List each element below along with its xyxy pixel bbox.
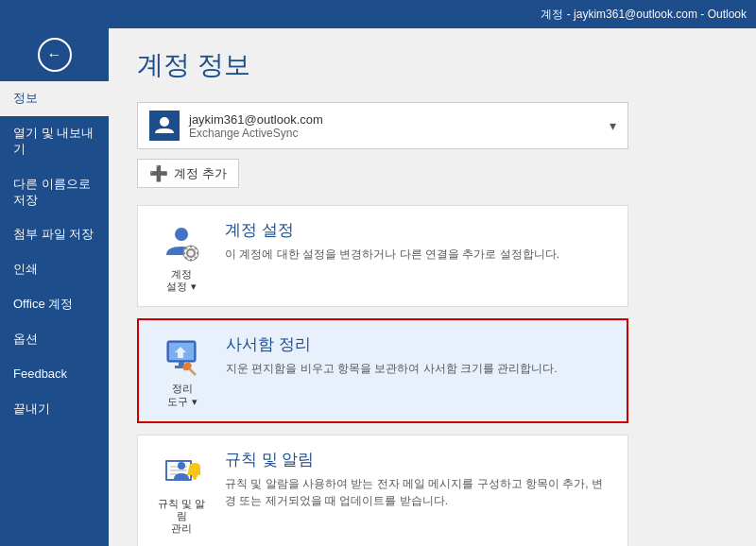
rules-alerts-card[interactable]: 규칙 및 알림관리 규칙 및 알림 규칙 및 알람을 사용하여 받는 전자 메일… [137, 435, 628, 546]
account-type: Exchange ActiveSync [189, 127, 610, 140]
svg-point-0 [160, 117, 169, 127]
add-account-label: 계정 추가 [174, 165, 227, 182]
svg-point-1 [175, 228, 188, 241]
main-layout: ← 정보 열기 및 내보내기 다른 이름으로 저장 첨부 파일 저장 인쇄 Of… [0, 28, 756, 546]
rules-alerts-title: 규칙 및 알림 [225, 449, 612, 470]
account-settings-icon [159, 219, 204, 264]
cleanup-tool-icon [162, 335, 203, 377]
sidebar-item-feedback[interactable]: Feedback [0, 357, 109, 392]
sidebar-item-info[interactable]: 정보 [0, 81, 109, 116]
rules-alerts-icon-label: 규칙 및 알림관리 [153, 498, 210, 536]
account-settings-icon-label: 계정설정 ▾ [166, 268, 196, 293]
svg-point-25 [178, 462, 185, 469]
account-email: jaykim361@outlook.com [189, 112, 610, 127]
rules-alerts-icon-wrap: 규칙 및 알림관리 [153, 449, 210, 536]
mailbox-cleanup-icon-label: 정리도구 ▾ [167, 383, 197, 407]
sidebar-item-attach-save[interactable]: 첨부 파일 저장 [0, 217, 109, 252]
back-button[interactable]: ← [38, 38, 72, 72]
account-icon [149, 111, 180, 141]
sidebar-item-options[interactable]: 옵션 [0, 322, 109, 357]
account-settings-desc: 이 계정에 대한 설정을 변경하거나 다른 연결을 추가로 설정합니다. [225, 246, 612, 263]
rules-alerts-desc: 규칙 및 알람을 사용하여 받는 전자 메일 메시지를 구성하고 항목이 추가,… [225, 475, 612, 509]
svg-line-10 [195, 247, 196, 248]
sidebar-item-save-as[interactable]: 다른 이름으로 저장 [0, 167, 109, 218]
page-title: 계정 정보 [137, 47, 728, 83]
sidebar-item-exit[interactable]: 끝내기 [0, 392, 109, 427]
mailbox-cleanup-content: 사서함 정리 지운 편지함을 비우고 항목을 보관하여 사서함 크기를 관리합니… [226, 333, 611, 377]
mailbox-cleanup-icon [160, 333, 205, 379]
svg-line-9 [195, 257, 196, 258]
rules-alerts-content: 규칙 및 알림 규칙 및 알람을 사용하여 받는 전자 메일 메시지를 구성하고… [225, 449, 612, 509]
account-settings-content: 계정 설정 이 계정에 대한 설정을 변경하거나 다른 연결을 추가로 설정합니… [225, 219, 612, 263]
settings-gear-icon [161, 221, 202, 263]
rules-icon [161, 451, 202, 492]
mailbox-cleanup-title: 사서함 정리 [226, 333, 611, 355]
svg-point-24 [193, 476, 197, 480]
sidebar: ← 정보 열기 및 내보내기 다른 이름으로 저장 첨부 파일 저장 인쇄 Of… [0, 28, 109, 546]
add-account-button[interactable]: ➕ 계정 추가 [137, 159, 239, 188]
account-selector[interactable]: jaykim361@outlook.com Exchange ActiveSyn… [137, 102, 628, 149]
sidebar-item-open-export[interactable]: 열기 및 내보내기 [0, 116, 109, 167]
svg-line-11 [185, 257, 186, 258]
mailbox-cleanup-desc: 지운 편지함을 비우고 항목을 보관하여 사서함 크기를 관리합니다. [226, 360, 611, 377]
svg-line-8 [185, 247, 186, 248]
titlebar-text: 계정 - jaykim361@outlook.com - Outlook [541, 7, 747, 23]
add-icon: ➕ [149, 164, 168, 182]
back-icon: ← [47, 46, 62, 63]
mailbox-cleanup-card[interactable]: 정리도구 ▾ 사서함 정리 지운 편지함을 비우고 항목을 보관하여 사서함 크… [137, 318, 628, 422]
sidebar-item-print[interactable]: 인쇄 [0, 252, 109, 287]
account-settings-title: 계정 설정 [225, 219, 612, 241]
content-area: 계정 정보 jaykim361@outlook.com Exchange Act… [109, 28, 756, 546]
dropdown-arrow-icon[interactable]: ▾ [610, 118, 616, 133]
mailbox-cleanup-icon-wrap: 정리도구 ▾ [154, 333, 211, 407]
account-settings-icon-wrap: 계정설정 ▾ [153, 219, 210, 293]
titlebar: 계정 - jaykim361@outlook.com - Outlook [0, 0, 756, 28]
rules-alerts-icon [159, 449, 204, 494]
account-info: jaykim361@outlook.com Exchange ActiveSyn… [189, 112, 610, 140]
sidebar-item-office[interactable]: Office 계정 [0, 287, 109, 322]
person-icon [153, 114, 176, 137]
account-settings-card[interactable]: 계정설정 ▾ 계정 설정 이 계정에 대한 설정을 변경하거나 다른 연결을 추… [137, 205, 628, 307]
